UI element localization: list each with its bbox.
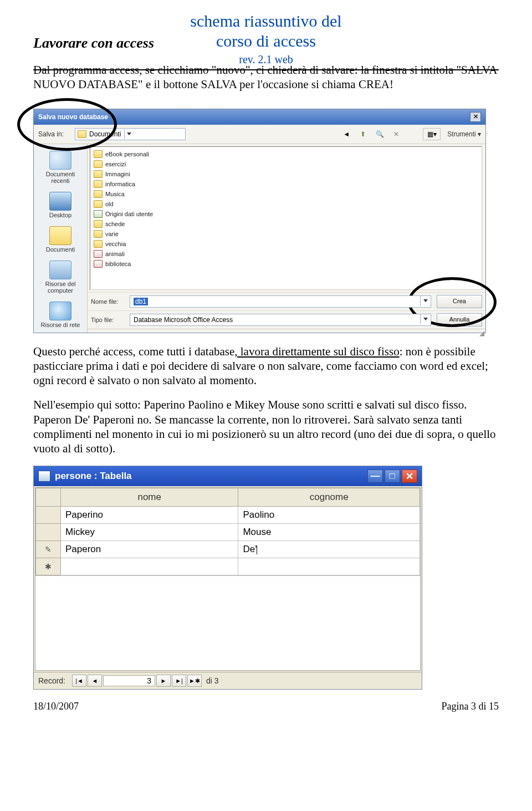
new-folder-button[interactable]	[406, 128, 420, 140]
file-item[interactable]: vecchia	[94, 239, 478, 249]
table-row[interactable]	[36, 558, 420, 575]
file-item[interactable]: biblioteca	[94, 259, 478, 269]
footer-page: Pagina 3 di 15	[442, 701, 499, 712]
maximize-button[interactable]: □	[385, 470, 400, 483]
file-item[interactable]: varie	[94, 229, 478, 239]
row-selector[interactable]	[36, 524, 61, 541]
save-in-dropdown[interactable]: Documenti	[75, 128, 186, 140]
place-network[interactable]: Risorse di rete	[38, 302, 83, 328]
cell-nome[interactable]: Paperon	[61, 541, 238, 558]
places-bar: Documenti recenti Desktop Documenti Riso…	[34, 144, 88, 333]
cell-nome[interactable]: Paperino	[61, 507, 238, 524]
search-button[interactable]: 🔍	[373, 128, 386, 140]
file-list[interactable]: eBook personalieserciziImmaginiinformati…	[90, 147, 482, 289]
filetype-label: Tipo file:	[91, 317, 130, 323]
create-button[interactable]: Crea	[437, 295, 482, 308]
file-item[interactable]: Musica	[94, 189, 478, 199]
cancel-button[interactable]: Annulla	[437, 313, 482, 327]
table-row[interactable]: PaperinoPaolino	[36, 507, 420, 524]
record-number-input[interactable]: 3	[103, 675, 155, 686]
cell-nome[interactable]	[61, 558, 238, 575]
file-item[interactable]: Origini dati utente	[94, 209, 478, 219]
row-selector-header[interactable]	[36, 488, 61, 507]
cell-nome[interactable]: Mickey	[61, 524, 238, 541]
folder-icon	[94, 170, 103, 178]
folder-icon	[94, 220, 103, 228]
file-item[interactable]: informatica	[94, 179, 478, 189]
desktop-icon	[49, 192, 71, 211]
up-button[interactable]: ⬆	[356, 128, 370, 140]
row-selector[interactable]	[36, 558, 61, 575]
column-header-nome[interactable]: nome	[61, 488, 238, 507]
next-record-button[interactable]: ►	[156, 675, 171, 687]
record-count: di 3	[206, 676, 219, 685]
file-item[interactable]: eBook personali	[94, 149, 478, 159]
row-selector[interactable]	[36, 541, 61, 558]
dialog-toolbar: Salva in: Documenti ◄ ⬆ 🔍 ✕ ▦▾ Strumenti…	[34, 125, 485, 144]
dsn-icon	[94, 210, 103, 218]
views-button[interactable]: ▦▾	[423, 128, 441, 140]
documents-icon	[49, 226, 71, 245]
paragraph-1: Dal programma access, se clicchiamo "nuo…	[33, 63, 499, 92]
place-desktop[interactable]: Desktop	[38, 192, 83, 218]
table-titlebar: persone : Tabella — □ ✕	[34, 466, 422, 486]
close-button[interactable]: ✕	[470, 112, 481, 122]
folder-icon	[94, 150, 103, 158]
network-icon	[49, 302, 71, 320]
cell-cognome[interactable]	[238, 558, 420, 575]
save-in-label: Salva in:	[38, 130, 71, 138]
filetype-dropdown[interactable]: Database Microsoft Office Access	[130, 314, 431, 326]
tools-dropdown[interactable]: Strumenti ▾	[447, 130, 481, 138]
folder-icon	[94, 160, 103, 168]
paragraph-2: Questo perché access, come tutti i datab…	[33, 344, 499, 388]
folder-icon	[94, 230, 103, 238]
record-navigator: Record: |◄ ◄ 3 ► ►| ►✱ di 3	[34, 672, 422, 689]
data-grid[interactable]: nome cognome PaperinoPaolinoMickeyMouseP…	[35, 487, 421, 671]
db-icon	[94, 260, 103, 268]
dialog-title: Salva nuovo database	[38, 113, 108, 121]
row-selector[interactable]	[36, 507, 61, 524]
column-header-cognome[interactable]: cognome	[238, 488, 420, 507]
table-row[interactable]: PaperonDe'	[36, 541, 420, 558]
save-dialog: Salva nuovo database ✕ Salva in: Documen…	[33, 109, 486, 333]
datasheet-icon	[38, 471, 50, 482]
chevron-down-icon	[124, 129, 134, 139]
cell-cognome[interactable]: Mouse	[238, 524, 420, 541]
save-in-value: Documenti	[89, 130, 121, 138]
file-item[interactable]: schede	[94, 219, 478, 229]
close-button[interactable]: ✕	[402, 470, 417, 483]
filename-input[interactable]: db1	[130, 295, 431, 308]
chevron-down-icon	[420, 314, 431, 324]
last-record-button[interactable]: ►|	[172, 675, 186, 687]
paragraph-3: Nell'esempio qui sotto: Paperino Paolino…	[33, 397, 499, 456]
folder-icon	[94, 240, 103, 248]
table-title: persone : Tabella	[55, 471, 132, 482]
cell-cognome[interactable]: De'	[238, 541, 420, 558]
folder-icon	[78, 130, 86, 138]
chevron-down-icon	[420, 296, 431, 306]
place-computer[interactable]: Risorse del computer	[38, 261, 83, 294]
file-item[interactable]: old	[94, 199, 478, 209]
back-button[interactable]: ◄	[340, 128, 353, 140]
file-item[interactable]: animali	[94, 249, 478, 259]
first-record-button[interactable]: |◄	[72, 675, 86, 687]
minimize-button[interactable]: —	[367, 470, 383, 483]
file-item[interactable]: esercizi	[94, 159, 478, 169]
footer-date: 18/10/2007	[33, 701, 79, 712]
folder-icon	[94, 200, 103, 208]
table-row[interactable]: MickeyMouse	[36, 524, 420, 541]
new-record-button[interactable]: ►✱	[187, 675, 202, 687]
place-documents[interactable]: Documenti	[38, 226, 83, 253]
place-recent[interactable]: Documenti recenti	[38, 151, 83, 184]
page-footer: 18/10/2007 Pagina 3 di 15	[33, 701, 499, 712]
prev-record-button[interactable]: ◄	[88, 675, 102, 687]
db-icon	[94, 250, 103, 258]
dialog-titlebar: Salva nuovo database ✕	[34, 109, 485, 125]
file-list-pane: eBook personalieserciziImmaginiinformati…	[90, 146, 482, 290]
file-item[interactable]: Immagini	[94, 169, 478, 179]
delete-button[interactable]: ✕	[390, 128, 403, 140]
folder-icon	[94, 190, 103, 198]
table-window: persone : Tabella — □ ✕ nome cognome Pap…	[33, 466, 422, 690]
cell-cognome[interactable]: Paolino	[238, 507, 420, 524]
computer-icon	[49, 261, 71, 279]
